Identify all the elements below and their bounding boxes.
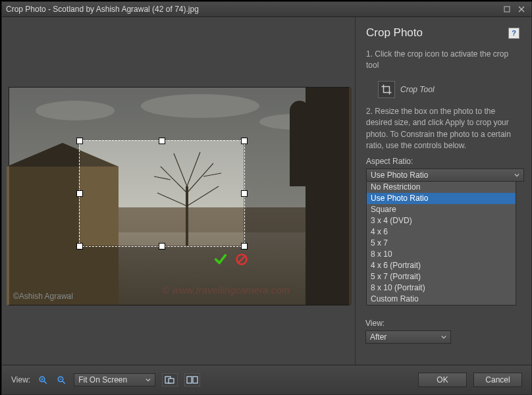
photo-preview[interactable]: ©Ashish Agrawal © www.travellingcamera.c… [9, 87, 350, 305]
aspect-option[interactable]: 8 x 10 (Portrait) [367, 282, 516, 294]
zoom-value: Fit On Screen [78, 375, 127, 384]
cancel-crop-button[interactable] [234, 252, 249, 267]
aspect-ratio-label: Aspect Ratio: [366, 157, 519, 166]
aspect-option[interactable]: 5 x 7 [367, 238, 516, 249]
view-dropdown[interactable]: After [365, 330, 451, 344]
svg-rect-22 [169, 379, 174, 383]
aspect-ratio-listbox[interactable]: No RestrictionUse Photo RatioSquare3 x 4… [366, 181, 516, 305]
aspect-option[interactable]: No Restriction [367, 182, 516, 193]
panel-heading-text: Crop Photo [366, 26, 423, 40]
crop-tool-row: Crop Tool [366, 77, 519, 106]
aspect-option[interactable]: 3 x 4 (DVD) [367, 215, 516, 226]
aspect-ratio-value: Use Photo Ratio [371, 171, 428, 180]
crop-handle-sw[interactable] [76, 243, 83, 250]
instruction-step1: 1. Click the crop icon to activate the c… [366, 49, 519, 72]
cancel-button[interactable]: Cancel [473, 373, 522, 387]
dialog-body: ©Ashish Agrawal © www.travellingcamera.c… [2, 17, 531, 365]
crop-handle-n[interactable] [159, 138, 165, 144]
canvas-area: ©Ashish Agrawal © www.travellingcamera.c… [2, 17, 355, 365]
aspect-option[interactable]: 5 x 7 (Portrait) [367, 271, 516, 282]
zoom-out-button[interactable] [55, 374, 67, 386]
view-value: After [370, 332, 386, 342]
window-title: Crop Photo - Scotland by Ashish Agrawal … [6, 5, 199, 14]
svg-rect-0 [504, 7, 510, 12]
crop-handle-e[interactable] [241, 190, 248, 197]
aspect-option[interactable]: Square [367, 204, 516, 215]
crop-handle-w[interactable] [76, 190, 83, 197]
crop-handle-ne[interactable] [241, 138, 248, 144]
aspect-option[interactable]: Custom Ratio [367, 294, 516, 305]
chevron-down-icon [146, 375, 151, 384]
titlebar: Crop Photo - Scotland by Ashish Agrawal … [2, 2, 531, 17]
chevron-down-icon [514, 171, 519, 180]
view-label: View: [365, 319, 451, 328]
svg-rect-23 [187, 377, 192, 383]
panel-heading: Crop Photo ? [366, 26, 519, 40]
commit-crop-button[interactable] [213, 252, 228, 267]
help-button[interactable]: ? [508, 28, 519, 39]
view-block: View: After [365, 313, 451, 344]
aspect-option[interactable]: 4 x 6 [367, 226, 516, 238]
minimize-button[interactable] [501, 5, 513, 14]
crop-tool-icon[interactable] [378, 81, 395, 98]
instruction-step2: 2. Resize the box on the photo to the de… [366, 106, 519, 152]
ok-button[interactable]: OK [418, 373, 467, 387]
crop-tool-label: Crop Tool [400, 85, 435, 94]
crop-box[interactable] [79, 140, 245, 247]
aspect-option[interactable]: 8 x 10 [367, 249, 516, 260]
crop-handle-se[interactable] [241, 243, 248, 250]
svg-line-15 [44, 381, 47, 384]
crop-confirm-bar [213, 252, 249, 267]
svg-line-19 [63, 381, 65, 384]
aspect-ratio-dropdown[interactable]: Use Photo Ratio [366, 169, 524, 182]
svg-rect-24 [193, 377, 198, 383]
crop-handle-nw[interactable] [76, 138, 83, 144]
footer: View: Fit On Screen OK Cancel [2, 365, 531, 394]
aspect-option[interactable]: 4 x 6 (Portrait) [367, 260, 516, 271]
zoom-in-button[interactable] [37, 374, 49, 386]
zoom-dropdown[interactable]: Fit On Screen [74, 373, 155, 386]
crop-handle-s[interactable] [159, 243, 165, 250]
chevron-down-icon [441, 332, 446, 342]
side-panel: Crop Photo ? 1. Click the crop icon to a… [355, 17, 531, 365]
close-button[interactable] [516, 5, 527, 14]
footer-view-label: View: [11, 375, 30, 384]
crop-photo-dialog: Crop Photo - Scotland by Ashish Agrawal … [1, 1, 532, 395]
single-view-button[interactable] [162, 373, 178, 386]
svg-line-13 [238, 255, 246, 263]
aspect-option[interactable]: Use Photo Ratio [367, 193, 516, 204]
compare-view-button[interactable] [184, 373, 200, 386]
